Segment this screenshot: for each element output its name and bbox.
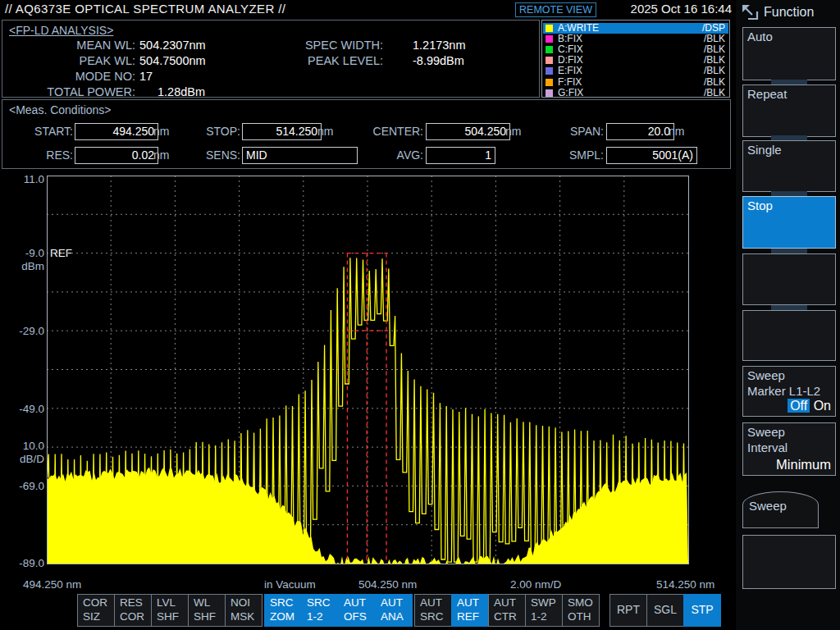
toolbar-key-line2: OFS — [344, 610, 375, 624]
span-unit: nm — [669, 125, 684, 138]
analysis-value: 17 — [139, 70, 153, 83]
x-scale-per-div: 2.00 nm/D — [510, 578, 561, 591]
trace-row-e[interactable]: E:FIX/BLK — [543, 66, 728, 76]
toolbar-key-line1: STP — [691, 603, 713, 618]
toolbar-key-line2: SHF — [157, 610, 188, 624]
trace-color-swatch — [546, 25, 553, 32]
trace-row-b[interactable]: B:FIX/BLK — [543, 34, 728, 44]
smpl-value-field[interactable]: 5001(A) — [606, 147, 697, 164]
function-menu-icon — [741, 4, 759, 21]
window-title: // AQ6373E OPTICAL SPECTRUM ANALYZER // — [5, 2, 285, 16]
y-axis-unit: dBm — [0, 260, 44, 272]
softkey-label: Repeat — [747, 87, 831, 103]
softkey-empty-5[interactable] — [742, 310, 836, 361]
toolbar-key-aut-ctr[interactable]: AUTCTR — [488, 594, 526, 627]
trace-name: D:FIX — [558, 55, 583, 66]
trace-display-mode: /BLK — [704, 88, 725, 98]
analysis-label: MODE NO: — [4, 70, 135, 83]
toolbar-key-smo-oth[interactable]: SMOOTH — [562, 594, 600, 627]
softkey-connector — [771, 135, 807, 140]
x-tick-center: 504.250 nm — [358, 578, 417, 591]
softkey-label: Sweep — [747, 368, 831, 384]
trace-row-f[interactable]: F:FIX/BLK — [543, 77, 728, 88]
softkey-sweep-interval[interactable]: SweepIntervalMinimum — [742, 422, 836, 476]
stop-label: STOP: — [167, 125, 240, 138]
softkey-empty-4[interactable] — [742, 253, 836, 305]
start-value-field[interactable]: 494.250 — [75, 123, 158, 140]
analysis-label: SPEC WIDTH: — [242, 39, 383, 52]
analysis-label: PEAK WL: — [4, 54, 135, 67]
res-value-field[interactable]: 0.02 — [75, 147, 158, 164]
analysis-field-spec-width: SPEC WIDTH:1.2173nm — [242, 39, 466, 54]
toolbar-key-line2: REF — [457, 610, 488, 624]
toolbar-key-wl-shf[interactable]: WLSHF — [188, 594, 226, 627]
trace-row-c[interactable]: C:FIX/BLK — [543, 44, 728, 55]
softkey-sweep-marker-l1-l2[interactable]: SweepMarker L1-L2Off On — [742, 366, 836, 417]
spectrum-plot — [47, 176, 689, 564]
softkey-label: Interval — [747, 441, 831, 456]
trace-row-g[interactable]: G:FIX/BLK — [543, 88, 728, 98]
softkey-single[interactable]: Single — [742, 140, 836, 192]
softkey-label: Single — [747, 143, 831, 158]
y-tick-bottom: -89.0 — [0, 557, 44, 569]
smpl-label: SMPL: — [495, 148, 604, 162]
analysis-value: -8.99dBm — [413, 54, 464, 67]
trace-legend: A:WRITE/DSPB:FIX/BLKC:FIX/BLKD:FIX/BLKE:… — [541, 20, 730, 98]
analysis-label: PEAK LEVEL: — [242, 54, 383, 67]
trace-row-d[interactable]: D:FIX/BLK — [543, 55, 728, 66]
toolbar-key-line2: SHF — [194, 610, 225, 624]
toolbar-key-line1: AUT — [457, 596, 488, 610]
softkey-repeat[interactable]: Repeat — [742, 84, 836, 137]
toolbar-key-rpt[interactable]: RPT — [609, 594, 647, 627]
softkey-menu-tab[interactable]: Sweep — [742, 491, 819, 528]
softkey-auto[interactable]: Auto — [742, 27, 836, 80]
meas-conditions-panel: <Meas. Conditions> START:494.250nmSTOP:5… — [2, 99, 731, 169]
toolbar-group-3: AUTSRCAUTREFAUTCTRSWP1-2SMOOTH — [415, 594, 600, 627]
datetime: 2025 Oct 16 16:44 — [604, 2, 732, 16]
softkey-stop[interactable]: Stop — [742, 196, 836, 249]
toolbar-key-stp[interactable]: STP — [683, 594, 721, 627]
off-on-toggle[interactable]: Off On — [788, 398, 831, 414]
trace-row-a[interactable]: A:WRITE/DSP — [543, 23, 728, 34]
stop-value-field[interactable]: 514.250 — [242, 123, 322, 140]
toolbar-key-sgl[interactable]: SGL — [646, 594, 684, 627]
softkey-connector — [771, 305, 807, 310]
toolbar-key-noi-msk[interactable]: NOIMSK — [225, 594, 262, 627]
softkey-sidebar: Function AutoRepeatSingleStopSweepMarker… — [736, 0, 840, 630]
toolbar-key-cor-siz[interactable]: CORSIZ — [77, 594, 115, 627]
y-tick-ref: -9.0 — [0, 247, 44, 259]
trace-display-mode: /BLK — [704, 55, 725, 66]
toolbar-key-line1: AUT — [494, 596, 525, 610]
sens-label: SENS: — [167, 148, 240, 162]
avg-value-field[interactable]: 1 — [426, 147, 495, 164]
toolbar-key-line1: LVL — [157, 596, 188, 610]
remote-view-badge[interactable]: REMOTE VIEW — [515, 2, 596, 17]
toolbar-key-aut-ofs[interactable]: AUTOFS — [338, 594, 376, 627]
trace-name: A:WRITE — [558, 23, 599, 34]
toolbar-key-aut-src[interactable]: AUTSRC — [414, 594, 452, 627]
trace-display-mode: /BLK — [704, 77, 725, 88]
toolbar-key-aut-ana[interactable]: AUTANA — [375, 594, 413, 627]
trace-name: E:FIX — [558, 66, 582, 76]
softkey-label: Stop — [747, 199, 831, 214]
toolbar-key-line1: SRC — [307, 596, 338, 610]
toolbar-key-lvl-shf[interactable]: LVLSHF — [151, 594, 189, 627]
softkey-empty-8[interactable] — [742, 535, 836, 589]
trace-display-mode: /BLK — [704, 34, 725, 44]
toolbar-key-res-cor[interactable]: RESCOR — [114, 594, 152, 627]
toolbar-key-line2: OTH — [568, 610, 599, 624]
softkey-value: Minimum — [776, 456, 831, 473]
toolbar-key-line1: RPT — [617, 603, 640, 618]
toolbar-key-line1: AUT — [420, 596, 451, 610]
softkey-connector — [771, 191, 807, 196]
meas-title: <Meas. Conditions> — [9, 103, 112, 116]
toolbar-key-src-zom[interactable]: SRCZOM — [264, 594, 302, 627]
softkey-label: Marker L1-L2 — [747, 384, 831, 399]
analysis-value: 1.28dBm — [158, 85, 205, 98]
toolbar-key-swp-1-2[interactable]: SWP1-2 — [525, 594, 563, 627]
toolbar-key-line1: RES — [120, 596, 151, 610]
toolbar-key-aut-ref[interactable]: AUTREF — [451, 594, 489, 627]
toolbar-key-src-1-2[interactable]: SRC1-2 — [301, 594, 339, 627]
span-value-field[interactable]: 20.0 — [606, 123, 674, 140]
toolbar-key-line1: AUT — [381, 596, 412, 610]
